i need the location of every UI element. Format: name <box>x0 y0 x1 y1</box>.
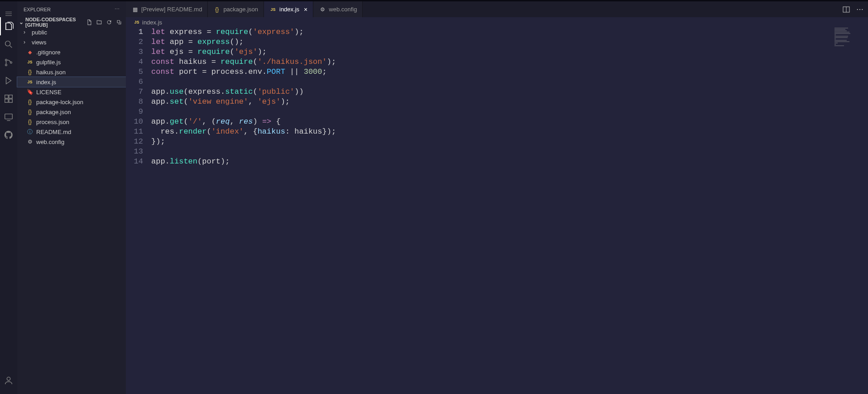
editor-body[interactable]: 1234567891011121314 let express = requir… <box>126 27 868 394</box>
js-icon: JS <box>26 58 34 66</box>
activity-remote[interactable] <box>0 108 17 126</box>
tab-readme[interactable]: ▦ [Preview] README.md <box>126 1 208 17</box>
svg-rect-5 <box>5 99 8 102</box>
json-icon: {} <box>26 68 34 76</box>
tab-label: index.js <box>279 6 299 13</box>
new-folder-icon[interactable] <box>96 19 102 25</box>
file-label: haikus.json <box>36 69 66 76</box>
minimap[interactable] <box>834 27 862 50</box>
refresh-icon[interactable] <box>106 19 112 25</box>
activity-run[interactable] <box>0 72 17 90</box>
gear-icon: ⚙ <box>26 138 34 145</box>
folder-label: views <box>32 39 47 46</box>
tab-label: package.json <box>223 6 258 13</box>
activity-explorer[interactable] <box>0 17 17 35</box>
activity-icons <box>0 17 17 144</box>
tab-label: web.config <box>329 6 357 13</box>
file-label: package.json <box>36 109 71 115</box>
workspace-header[interactable]: ⌄ NODE-CODESPACES [GITHUB] <box>17 17 126 27</box>
json-icon: {} <box>213 6 221 13</box>
file-readme[interactable]: ⓘREADME.md <box>17 127 126 137</box>
folder-public[interactable]: ›public <box>17 27 126 37</box>
gear-icon: ⚙ <box>319 6 326 13</box>
code-content[interactable]: let express = require('express');let app… <box>151 27 868 394</box>
close-icon[interactable]: × <box>304 6 307 13</box>
chevron-right-icon: › <box>24 29 29 35</box>
breadcrumb[interactable]: JS index.js <box>126 17 868 27</box>
svg-rect-4 <box>5 95 8 98</box>
file-label: process.json <box>36 119 69 125</box>
file-package[interactable]: {}package.json <box>17 107 126 117</box>
git-icon: ◆ <box>26 48 34 56</box>
file-haikus[interactable]: {}haikus.json <box>17 67 126 77</box>
line-gutter: 1234567891011121314 <box>126 27 151 394</box>
info-icon: ⓘ <box>26 128 34 135</box>
tab-bar: ▦ [Preview] README.md {} package.json JS… <box>126 1 868 17</box>
svg-rect-6 <box>9 99 12 102</box>
tab-actions: ⋯ <box>843 1 868 17</box>
breadcrumb-label: index.js <box>142 19 162 26</box>
svg-rect-8 <box>5 114 13 119</box>
tab-package[interactable]: {} package.json <box>208 1 264 17</box>
json-icon: {} <box>26 98 34 106</box>
file-license[interactable]: 🔖LICENSE <box>17 87 126 97</box>
editor-area: ▦ [Preview] README.md {} package.json JS… <box>126 1 868 394</box>
js-icon: JS <box>269 6 277 13</box>
file-label: package-lock.json <box>36 99 83 106</box>
svg-point-2 <box>5 64 7 66</box>
tab-webconfig[interactable]: ⚙ web.config <box>313 1 363 17</box>
activity-bottom <box>0 371 17 389</box>
svg-point-0 <box>5 41 10 46</box>
sidebar-header: EXPLORER ⋯ <box>17 1 126 17</box>
sidebar: EXPLORER ⋯ ⌄ NODE-CODESPACES [GITHUB] ›p… <box>17 1 126 394</box>
file-label: LICENSE <box>36 89 62 96</box>
preview-icon: ▦ <box>131 6 139 13</box>
file-label: gulpfile.js <box>36 59 61 66</box>
svg-rect-7 <box>9 95 12 98</box>
svg-point-1 <box>5 59 7 61</box>
folder-views[interactable]: ›views <box>17 37 126 47</box>
split-editor-icon[interactable] <box>843 6 850 13</box>
file-label: README.md <box>36 129 71 135</box>
file-gitignore[interactable]: ◆.gitignore <box>17 47 126 57</box>
file-tree: ›public ›views ◆.gitignore JSgulpfile.js… <box>17 27 126 147</box>
activity-extensions[interactable] <box>0 90 17 108</box>
file-webconfig[interactable]: ⚙web.config <box>17 137 126 147</box>
folder-label: public <box>32 29 47 36</box>
chevron-down-icon: ⌄ <box>19 19 24 25</box>
json-icon: {} <box>26 118 34 125</box>
js-icon: JS <box>133 19 140 26</box>
sidebar-title: EXPLORER <box>24 7 51 12</box>
file-label: .gitignore <box>36 49 60 56</box>
chevron-right-icon: › <box>24 39 29 45</box>
file-label: web.config <box>36 139 64 145</box>
json-icon: {} <box>26 108 34 115</box>
file-label: index.js <box>36 79 56 86</box>
svg-point-9 <box>7 377 10 380</box>
sidebar-more-icon[interactable]: ⋯ <box>115 6 120 12</box>
tab-index[interactable]: JS index.js × <box>264 1 313 17</box>
activity-account[interactable] <box>0 371 17 389</box>
activity-search[interactable] <box>0 35 17 53</box>
file-process[interactable]: {}process.json <box>17 117 126 127</box>
file-index[interactable]: JSindex.js <box>17 77 126 87</box>
file-gulpfile[interactable]: JSgulpfile.js <box>17 57 126 67</box>
file-package-lock[interactable]: {}package-lock.json <box>17 97 126 107</box>
license-icon: 🔖 <box>26 88 34 96</box>
tab-label: [Preview] README.md <box>141 6 202 13</box>
workspace-name: NODE-CODESPACES [GITHUB] <box>25 17 84 28</box>
collapse-all-icon[interactable] <box>116 19 122 25</box>
activity-github[interactable] <box>0 126 17 144</box>
activity-scm[interactable] <box>0 53 17 72</box>
more-actions-icon[interactable]: ⋯ <box>856 5 863 14</box>
new-file-icon[interactable] <box>86 19 92 25</box>
js-icon: JS <box>26 78 34 86</box>
